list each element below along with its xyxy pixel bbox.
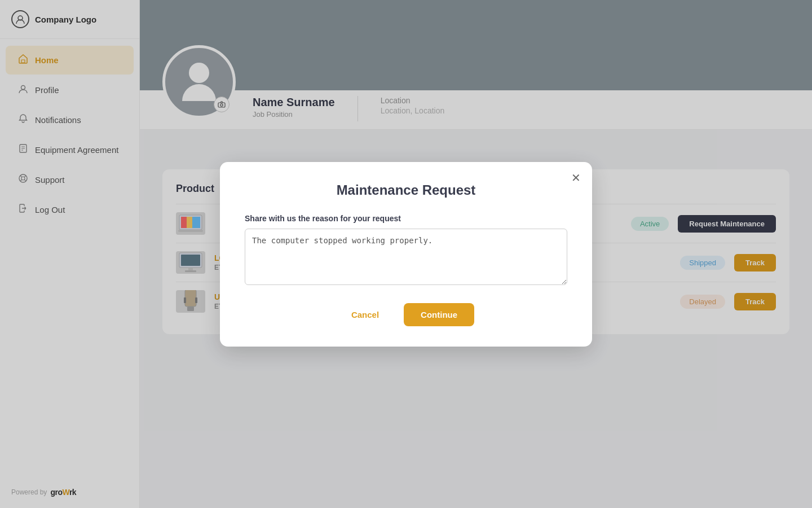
modal-overlay: ✕ Maintenance Request Share with us the … xyxy=(0,0,812,508)
maintenance-request-modal: ✕ Maintenance Request Share with us the … xyxy=(220,162,592,347)
maintenance-reason-textarea[interactable]: The computer stopped working properly. xyxy=(245,229,567,285)
modal-actions: Cancel Continue xyxy=(245,303,567,326)
cancel-button[interactable]: Cancel xyxy=(338,303,392,326)
modal-form-label: Share with us the reason for your reques… xyxy=(245,214,567,223)
continue-button[interactable]: Continue xyxy=(404,303,474,326)
modal-title: Maintenance Request xyxy=(245,182,567,198)
modal-close-button[interactable]: ✕ xyxy=(571,171,581,185)
